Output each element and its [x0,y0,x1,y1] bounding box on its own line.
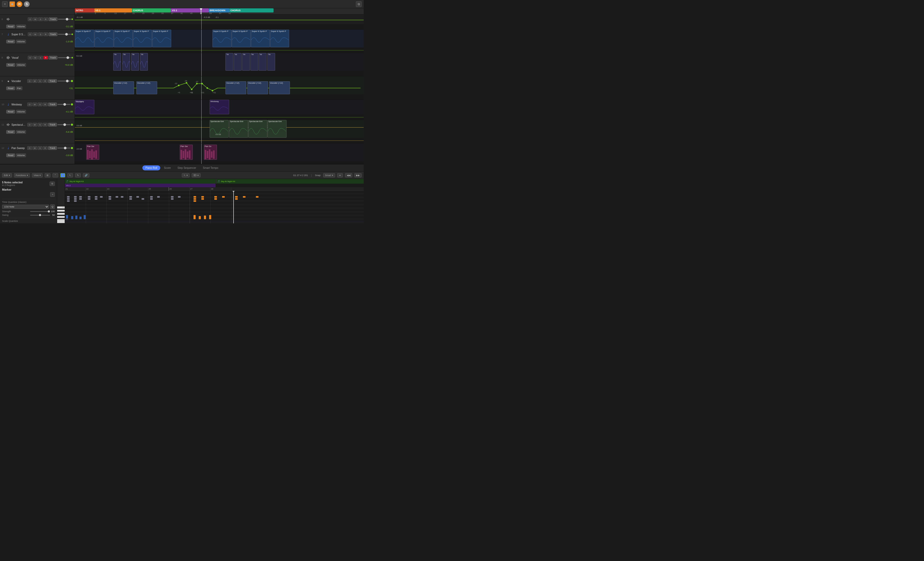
track-7-rec-btn[interactable]: R [44,33,48,36]
nav-left[interactable]: ◀◀ [345,173,352,177]
midi-note-orange[interactable] [256,196,258,198]
track-10-solo-btn[interactable]: S [38,103,42,106]
piano-key-c1[interactable]: C1 [57,207,64,208]
midi-note-orange[interactable] [194,196,196,198]
track-12-fader[interactable] [57,147,70,148]
edit-menu-btn[interactable]: Edit ▾ [2,173,12,177]
midi-note[interactable] [95,198,98,200]
track-11-o-btn[interactable]: O [27,123,32,126]
track-7-region-4[interactable]: Super 8 Synth P [133,30,152,47]
cycle-btn[interactable]: ● [60,173,65,177]
midi-note[interactable] [136,196,139,198]
quantize-q-btn[interactable]: Q [50,204,55,209]
midi-note-orange[interactable] [201,196,204,198]
midi-note-blue[interactable] [80,217,82,219]
track-9-region-4[interactable]: Vocoder (+12) [247,81,268,94]
track-11-fader[interactable] [57,124,70,125]
midi-note-blue[interactable] [71,216,73,219]
midi-note[interactable] [171,198,174,200]
track-12-region-2[interactable]: Pan Sw [180,145,193,160]
track-7-mute-btn[interactable]: M [33,33,38,36]
midi-note-orange-c1[interactable] [209,215,211,219]
track-8-read-btn[interactable]: Read [6,63,15,67]
track-9-region-2[interactable]: Vocoder (+12) [136,81,157,94]
eraser-tools[interactable]: ⌦ ▾ [192,173,201,177]
track-8-fader[interactable] [58,57,71,58]
track-10-track-btn[interactable]: Track [48,103,57,106]
track-7-region-1[interactable]: Super 8 Synth P [75,30,94,47]
pr-copy-btn[interactable]: ⧉ [50,182,55,186]
track-9-read-btn[interactable]: Read [6,87,15,90]
track-8-o-btn[interactable]: O [28,56,33,60]
midi-note-orange-c1[interactable] [194,215,196,219]
track-11-region-4[interactable]: Spectacular Entr [268,120,286,138]
track-12-solo-btn[interactable]: S [38,146,42,150]
pointer-tools[interactable]: ↖ ▾ [182,173,190,177]
track-8-track-btn[interactable]: Track [49,56,57,60]
piano-key-g0[interactable] [57,216,64,218]
track-10-mute-btn[interactable]: M [33,103,37,106]
track-11-solo-btn[interactable]: S [38,123,42,126]
track-10-read-btn[interactable]: Read [6,110,15,114]
snap-toggle[interactable]: ⇔ [337,173,343,177]
track-9-region-1[interactable]: Vocoder (+12) [113,81,134,94]
track-6-track-btn[interactable]: Track [49,17,57,21]
midi-note[interactable] [109,198,111,200]
track-6-mute-btn[interactable]: M [33,17,38,21]
midi-note[interactable] [171,196,174,198]
tab-score[interactable]: Score [161,165,174,170]
midi-note[interactable] [74,196,76,198]
track-7-region-7[interactable]: Super 8 Synth P [232,30,250,47]
midi-note-blue[interactable] [84,215,86,219]
track-6-fader[interactable] [58,19,71,20]
piano-key-bb0[interactable] [57,210,64,212]
track-7-region-3[interactable]: Super 8 Synth P [114,30,133,47]
track-9-region-5[interactable]: Vocoder (+12) [269,81,290,94]
track-11-track-btn[interactable]: Track [48,123,57,126]
midi-note[interactable] [129,196,132,198]
midi-note[interactable] [74,198,76,200]
track-9-o-btn[interactable]: O [27,79,32,83]
track-12-region-3[interactable]: Pan Sv [204,145,217,160]
midi-note-orange[interactable] [235,196,238,198]
track-7-region-9[interactable]: Super 8 Synth P [270,30,289,47]
midi-note[interactable] [88,196,90,198]
nav-right[interactable]: ▶▶ [354,173,362,177]
track-6-solo-btn[interactable]: S [38,17,43,21]
midi-note-orange[interactable] [194,200,196,202]
midi-note[interactable] [100,196,103,198]
track-9-fader[interactable] [57,81,70,81]
midi-note[interactable] [157,196,160,198]
track-7-solo-btn[interactable]: S [38,33,43,36]
track-8-rec-btn[interactable]: R [44,56,48,60]
track-8-param[interactable]: Volume [16,63,26,67]
midi-note-orange[interactable] [243,196,246,198]
track-10-region-2[interactable]: Westway [210,100,229,114]
track-9-param[interactable]: Pan [16,87,22,90]
track-11-region-3[interactable]: Spectacular Entr [248,120,267,138]
midi-note[interactable] [150,198,153,200]
track-11-read-btn[interactable]: Read [6,130,15,134]
midi-note[interactable] [178,196,180,198]
midi-note-orange[interactable] [214,198,217,200]
tab-step-sequencer[interactable]: Step Sequencer [174,165,199,170]
piano-key-e0[interactable] [57,221,64,223]
swing-slider[interactable] [30,215,50,216]
record-button[interactable]: ⏺ [9,1,15,7]
tab-smart-tempo[interactable]: Smart Tempo [200,165,221,170]
track-7-o-btn[interactable]: O [28,33,33,36]
midi-note[interactable] [88,198,90,200]
midi-note[interactable] [129,198,132,200]
midi-note-orange[interactable] [201,198,204,200]
view-menu-btn[interactable]: View ▾ [32,173,43,177]
track-7-region-8[interactable]: Super 8 Synth P [251,30,270,47]
midi-note[interactable] [79,198,82,200]
midi-note[interactable] [67,196,70,198]
grid-btn[interactable]: ⊞ [45,173,50,177]
track-9-region-3[interactable]: Vocoder (+12) [225,81,246,94]
track-11-rec-btn[interactable]: R [43,123,48,126]
track-9-solo-btn[interactable]: S [38,79,42,83]
midi-note-orange-c1[interactable] [199,216,201,219]
midi-note-orange[interactable] [222,196,225,198]
track-6-read-btn[interactable]: Read [6,25,15,28]
